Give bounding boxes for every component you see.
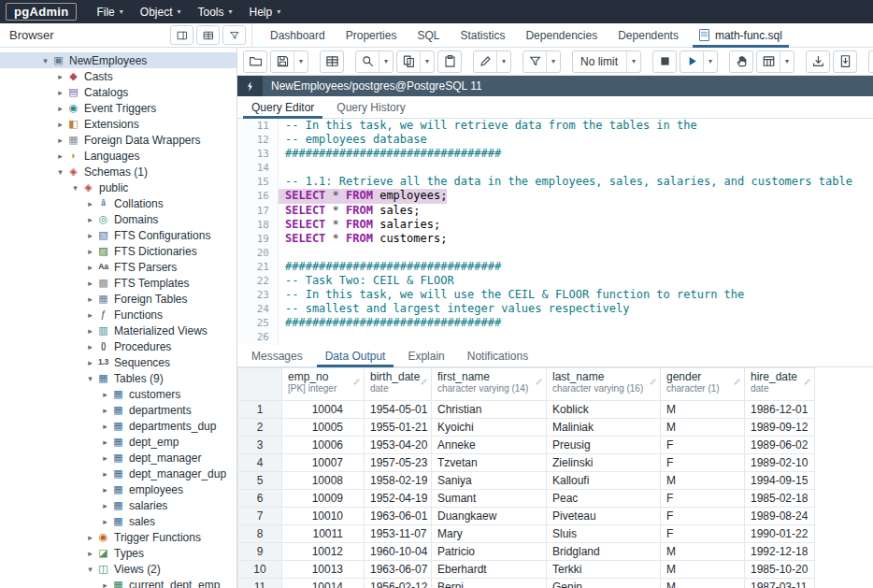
limit-select[interactable]: No limit ▾ bbox=[572, 50, 641, 73]
tree-item[interactable]: ◎ Domains bbox=[0, 211, 236, 227]
expand-arrow[interactable] bbox=[99, 422, 111, 431]
expand-arrow[interactable] bbox=[54, 151, 66, 161]
cell-gender[interactable]: F bbox=[661, 508, 745, 525]
cell-hire-date[interactable]: 1985-02-18 bbox=[745, 490, 815, 508]
save-report-button[interactable]: ▾ bbox=[833, 50, 857, 73]
code-line[interactable]: -- employees database bbox=[279, 133, 427, 147]
tab-dashboard[interactable]: Dashboard bbox=[260, 23, 336, 47]
expand-arrow[interactable] bbox=[99, 485, 111, 495]
code-line[interactable] bbox=[279, 246, 285, 260]
row-number-cell[interactable]: 6 bbox=[238, 490, 282, 508]
cell-birth-date[interactable]: 1955-01-21 bbox=[365, 419, 432, 437]
expand-arrow[interactable] bbox=[84, 279, 96, 288]
expand-arrow[interactable] bbox=[99, 453, 111, 463]
cell-emp-no[interactable]: 10010 bbox=[282, 508, 365, 525]
tree-item[interactable]: Aa FTS Parsers bbox=[0, 259, 236, 275]
cell-birth-date[interactable]: 1957-05-23 bbox=[365, 454, 432, 472]
tab-properties[interactable]: Properties bbox=[336, 23, 408, 47]
cell-last-name[interactable]: Zielinski bbox=[547, 454, 661, 472]
tree-item[interactable]: ◫ Views (2) bbox=[0, 561, 236, 577]
cell-last-name[interactable]: Sluis bbox=[547, 525, 661, 543]
cell-birth-date[interactable]: 1953-04-20 bbox=[365, 437, 432, 454]
paste-button[interactable]: ▾ bbox=[437, 50, 462, 73]
menu-tools[interactable]: Tools ▾ bbox=[190, 3, 241, 22]
chevron-down-icon[interactable]: ▾ bbox=[626, 51, 640, 72]
column-header-first-name[interactable]: first_name character varying (14) bbox=[432, 368, 547, 401]
code-line[interactable]: SELECT * FROM customers; bbox=[279, 232, 447, 246]
tree-item[interactable]: ƒ Functions bbox=[0, 307, 236, 323]
column-header-gender[interactable]: gender character (1) bbox=[661, 368, 745, 401]
code-line[interactable]: SELECT * FROM employees; bbox=[279, 189, 447, 203]
tab-explain[interactable]: Explain bbox=[396, 345, 455, 366]
cell-hire-date[interactable]: 1989-06-02 bbox=[745, 437, 815, 454]
cell-gender[interactable]: M bbox=[661, 472, 745, 490]
cell-hire-date[interactable]: 1985-10-20 bbox=[745, 561, 815, 579]
tree-item[interactable]: ▦ sales bbox=[0, 513, 236, 529]
expand-arrow[interactable] bbox=[54, 120, 66, 129]
tree-item[interactable]: ▤ Catalogs bbox=[0, 84, 236, 100]
cell-first-name[interactable]: Kyoichi bbox=[432, 419, 547, 437]
tree-item[interactable]: ▦ dept_manager bbox=[0, 450, 236, 466]
expand-arrow[interactable] bbox=[99, 581, 111, 588]
browser-filter-button[interactable] bbox=[222, 25, 246, 45]
expand-arrow[interactable] bbox=[54, 104, 66, 113]
expand-arrow[interactable] bbox=[69, 183, 81, 193]
menu-object[interactable]: Object ▾ bbox=[132, 3, 190, 22]
cell-last-name[interactable]: Piveteau bbox=[547, 508, 661, 525]
cell-gender[interactable]: F bbox=[661, 525, 745, 543]
cell-emp-no[interactable]: 10011 bbox=[282, 525, 365, 543]
expand-arrow[interactable] bbox=[99, 501, 111, 510]
cell-last-name[interactable]: Koblick bbox=[547, 401, 661, 419]
cell-first-name[interactable]: Patricio bbox=[432, 543, 547, 561]
cell-emp-no[interactable]: 10007 bbox=[282, 454, 365, 472]
clear-button[interactable]: ▾ bbox=[868, 50, 873, 73]
tree-item[interactable]: ▦ dept_emp bbox=[0, 434, 236, 450]
row-number-cell[interactable]: 7 bbox=[238, 508, 282, 525]
column-header-birth-date[interactable]: birth_date date bbox=[365, 368, 432, 401]
expand-arrow[interactable] bbox=[84, 533, 96, 542]
row-number-cell[interactable]: 4 bbox=[238, 454, 282, 472]
expand-arrow[interactable] bbox=[84, 294, 96, 304]
cell-gender[interactable]: M bbox=[661, 543, 745, 561]
cell-first-name[interactable]: Eberhardt bbox=[432, 561, 547, 579]
tab-query-history[interactable]: Query History bbox=[325, 96, 416, 118]
code-line[interactable] bbox=[279, 330, 285, 344]
expand-arrow[interactable] bbox=[54, 88, 66, 97]
tree-item[interactable]: ▦ dept_manager_dup bbox=[0, 466, 236, 481]
tree-item[interactable]: ◧ Extensions bbox=[0, 116, 236, 132]
menu-file[interactable]: File ▾ bbox=[88, 3, 131, 22]
cell-birth-date[interactable]: 1953-11-07 bbox=[365, 525, 432, 543]
cell-birth-date[interactable]: 1954-05-01 bbox=[365, 401, 432, 419]
save-button[interactable]: ▾ bbox=[270, 50, 308, 73]
chevron-down-icon[interactable]: ▾ bbox=[496, 51, 510, 72]
tree-item[interactable]: â Collations bbox=[0, 195, 236, 211]
cell-gender[interactable]: M bbox=[661, 401, 745, 419]
commit-button[interactable]: ▾ bbox=[729, 50, 753, 73]
expand-arrow[interactable] bbox=[99, 469, 111, 479]
cell-birth-date[interactable]: 1963-06-01 bbox=[365, 508, 432, 525]
chevron-down-icon[interactable]: ▾ bbox=[379, 51, 393, 72]
macros-button[interactable]: ▾ bbox=[756, 50, 794, 73]
tree-item[interactable]: ▦ salaries bbox=[0, 497, 236, 513]
cell-emp-no[interactable]: 10012 bbox=[282, 543, 365, 561]
expand-arrow[interactable] bbox=[84, 326, 96, 336]
cell-hire-date[interactable]: 1987-03-11 bbox=[745, 579, 815, 588]
tree-item[interactable]: ◈ Schemas (1) bbox=[0, 164, 236, 179]
tree-item[interactable]: ▥ Materialized Views bbox=[0, 323, 236, 338]
cell-gender[interactable]: F bbox=[661, 437, 745, 454]
cell-emp-no[interactable]: 10004 bbox=[282, 401, 365, 419]
code-line[interactable]: ################################ bbox=[279, 260, 501, 274]
cell-hire-date[interactable]: 1994-09-15 bbox=[745, 472, 815, 490]
cell-emp-no[interactable]: 10008 bbox=[282, 472, 365, 490]
code-line[interactable]: SELECT * FROM salaries; bbox=[279, 218, 440, 232]
expand-arrow[interactable] bbox=[84, 231, 96, 240]
cell-first-name[interactable]: Christian bbox=[432, 401, 547, 419]
code-line[interactable]: ################################ bbox=[279, 316, 501, 330]
row-number-cell[interactable]: 10 bbox=[238, 561, 282, 579]
cell-last-name[interactable]: Bridgland bbox=[547, 543, 661, 561]
row-number-cell[interactable]: 1 bbox=[238, 401, 282, 419]
tree-item[interactable]: ▦ Foreign Data Wrappers bbox=[0, 132, 236, 148]
row-number-cell[interactable]: 8 bbox=[238, 525, 282, 543]
tree-item[interactable]: ▦ employees bbox=[0, 481, 236, 497]
cell-hire-date[interactable]: 1989-09-12 bbox=[745, 419, 815, 437]
